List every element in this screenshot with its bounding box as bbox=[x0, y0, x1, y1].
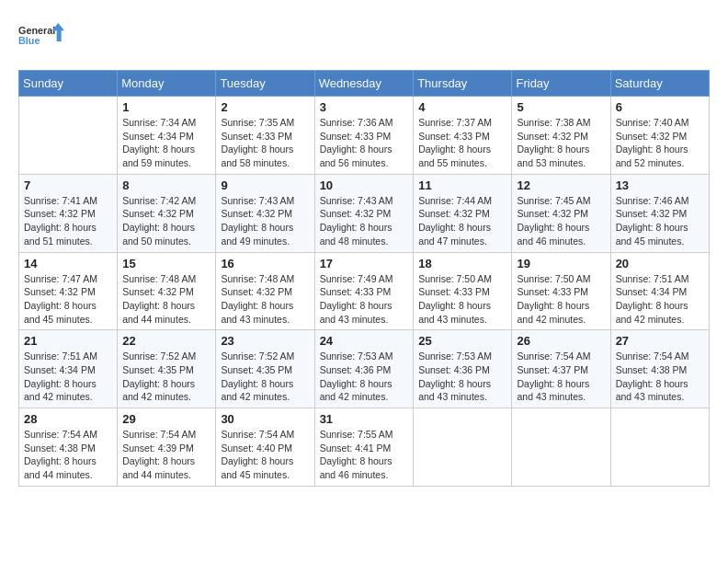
weekday-header-sunday: Sunday bbox=[19, 71, 118, 97]
day-info: Sunrise: 7:38 AMSunset: 4:32 PMDaylight:… bbox=[517, 116, 605, 170]
calendar-cell: 15Sunrise: 7:48 AMSunset: 4:32 PMDayligh… bbox=[118, 252, 216, 330]
logo: General Blue bbox=[18, 18, 64, 55]
day-number: 31 bbox=[320, 412, 409, 426]
day-number: 8 bbox=[122, 178, 210, 192]
calendar-cell: 23Sunrise: 7:52 AMSunset: 4:35 PMDayligh… bbox=[216, 330, 314, 408]
day-number: 19 bbox=[517, 257, 605, 270]
weekday-header-thursday: Thursday bbox=[414, 71, 512, 97]
day-info: Sunrise: 7:53 AMSunset: 4:36 PMDaylight:… bbox=[320, 350, 409, 404]
day-info: Sunrise: 7:51 AMSunset: 4:34 PMDaylight:… bbox=[616, 272, 704, 327]
calendar-cell: 2Sunrise: 7:35 AMSunset: 4:33 PMDaylight… bbox=[216, 97, 314, 175]
day-info: Sunrise: 7:48 AMSunset: 4:32 PMDaylight:… bbox=[122, 272, 210, 327]
day-number: 14 bbox=[24, 257, 112, 270]
calendar-cell: 24Sunrise: 7:53 AMSunset: 4:36 PMDayligh… bbox=[314, 330, 414, 408]
calendar-cell: 14Sunrise: 7:47 AMSunset: 4:32 PMDayligh… bbox=[19, 252, 118, 330]
day-info: Sunrise: 7:42 AMSunset: 4:32 PMDaylight:… bbox=[122, 194, 210, 248]
day-info: Sunrise: 7:34 AMSunset: 4:34 PMDaylight:… bbox=[122, 116, 210, 170]
day-info: Sunrise: 7:45 AMSunset: 4:32 PMDaylight:… bbox=[517, 194, 605, 248]
day-info: Sunrise: 7:52 AMSunset: 4:35 PMDaylight:… bbox=[221, 350, 309, 404]
calendar-cell: 31Sunrise: 7:55 AMSunset: 4:41 PMDayligh… bbox=[314, 408, 414, 487]
calendar-cell bbox=[414, 408, 512, 487]
calendar-week-row: 21Sunrise: 7:51 AMSunset: 4:34 PMDayligh… bbox=[19, 330, 710, 408]
day-info: Sunrise: 7:47 AMSunset: 4:32 PMDaylight:… bbox=[24, 272, 112, 327]
calendar-table: SundayMondayTuesdayWednesdayThursdayFrid… bbox=[18, 70, 710, 487]
day-number: 25 bbox=[418, 334, 506, 348]
day-number: 4 bbox=[418, 100, 506, 114]
calendar-cell: 1Sunrise: 7:34 AMSunset: 4:34 PMDaylight… bbox=[118, 97, 216, 175]
day-number: 20 bbox=[616, 257, 704, 270]
weekday-header-monday: Monday bbox=[118, 71, 216, 97]
svg-text:General: General bbox=[18, 25, 55, 36]
calendar-cell: 9Sunrise: 7:43 AMSunset: 4:32 PMDaylight… bbox=[216, 174, 314, 252]
calendar-body: 1Sunrise: 7:34 AMSunset: 4:34 PMDaylight… bbox=[19, 97, 710, 487]
calendar-cell: 11Sunrise: 7:44 AMSunset: 4:32 PMDayligh… bbox=[414, 174, 512, 252]
day-number: 18 bbox=[418, 257, 506, 270]
day-info: Sunrise: 7:54 AMSunset: 4:38 PMDaylight:… bbox=[616, 350, 704, 404]
day-number: 23 bbox=[221, 334, 309, 348]
calendar-cell: 27Sunrise: 7:54 AMSunset: 4:38 PMDayligh… bbox=[610, 330, 709, 408]
calendar-cell: 6Sunrise: 7:40 AMSunset: 4:32 PMDaylight… bbox=[610, 97, 709, 175]
calendar-cell: 8Sunrise: 7:42 AMSunset: 4:32 PMDaylight… bbox=[118, 174, 216, 252]
day-number: 10 bbox=[320, 178, 409, 192]
calendar-cell: 18Sunrise: 7:50 AMSunset: 4:33 PMDayligh… bbox=[414, 252, 512, 330]
day-info: Sunrise: 7:54 AMSunset: 4:39 PMDaylight:… bbox=[122, 428, 210, 482]
weekday-header-friday: Friday bbox=[512, 71, 610, 97]
day-info: Sunrise: 7:54 AMSunset: 4:40 PMDaylight:… bbox=[221, 428, 309, 482]
page-header: General Blue bbox=[18, 18, 710, 55]
calendar-cell: 28Sunrise: 7:54 AMSunset: 4:38 PMDayligh… bbox=[19, 408, 118, 487]
day-info: Sunrise: 7:55 AMSunset: 4:41 PMDaylight:… bbox=[320, 428, 409, 482]
calendar-header: SundayMondayTuesdayWednesdayThursdayFrid… bbox=[19, 71, 710, 97]
day-number: 12 bbox=[517, 178, 605, 192]
day-number: 5 bbox=[517, 100, 605, 114]
weekday-header-saturday: Saturday bbox=[610, 71, 709, 97]
calendar-cell: 26Sunrise: 7:54 AMSunset: 4:37 PMDayligh… bbox=[512, 330, 610, 408]
calendar-cell: 19Sunrise: 7:50 AMSunset: 4:33 PMDayligh… bbox=[512, 252, 610, 330]
calendar-cell: 13Sunrise: 7:46 AMSunset: 4:32 PMDayligh… bbox=[610, 174, 709, 252]
calendar-cell: 10Sunrise: 7:43 AMSunset: 4:32 PMDayligh… bbox=[314, 174, 414, 252]
day-number: 2 bbox=[221, 100, 309, 114]
day-number: 6 bbox=[616, 100, 704, 114]
day-number: 9 bbox=[221, 178, 309, 192]
day-number: 30 bbox=[221, 412, 309, 426]
day-info: Sunrise: 7:52 AMSunset: 4:35 PMDaylight:… bbox=[122, 350, 210, 404]
day-number: 13 bbox=[616, 178, 704, 192]
day-info: Sunrise: 7:54 AMSunset: 4:37 PMDaylight:… bbox=[517, 350, 605, 404]
day-number: 21 bbox=[24, 334, 112, 348]
calendar-week-row: 1Sunrise: 7:34 AMSunset: 4:34 PMDaylight… bbox=[19, 97, 710, 175]
day-number: 28 bbox=[24, 412, 112, 426]
calendar-cell: 16Sunrise: 7:48 AMSunset: 4:32 PMDayligh… bbox=[216, 252, 314, 330]
day-info: Sunrise: 7:43 AMSunset: 4:32 PMDaylight:… bbox=[221, 194, 309, 248]
day-number: 24 bbox=[320, 334, 409, 348]
weekday-header-wednesday: Wednesday bbox=[314, 71, 414, 97]
day-number: 26 bbox=[517, 334, 605, 348]
day-number: 17 bbox=[320, 257, 409, 270]
day-number: 29 bbox=[122, 412, 210, 426]
calendar-cell bbox=[512, 408, 610, 487]
day-info: Sunrise: 7:43 AMSunset: 4:32 PMDaylight:… bbox=[320, 194, 409, 248]
day-number: 16 bbox=[221, 257, 309, 270]
day-info: Sunrise: 7:40 AMSunset: 4:32 PMDaylight:… bbox=[616, 116, 704, 170]
day-info: Sunrise: 7:49 AMSunset: 4:33 PMDaylight:… bbox=[320, 272, 409, 327]
day-info: Sunrise: 7:50 AMSunset: 4:33 PMDaylight:… bbox=[517, 272, 605, 327]
day-info: Sunrise: 7:48 AMSunset: 4:32 PMDaylight:… bbox=[221, 272, 309, 327]
calendar-cell: 12Sunrise: 7:45 AMSunset: 4:32 PMDayligh… bbox=[512, 174, 610, 252]
day-number: 1 bbox=[122, 100, 210, 114]
day-info: Sunrise: 7:46 AMSunset: 4:32 PMDaylight:… bbox=[616, 194, 704, 248]
calendar-cell bbox=[19, 97, 118, 175]
calendar-cell: 7Sunrise: 7:41 AMSunset: 4:32 PMDaylight… bbox=[19, 174, 118, 252]
svg-text:Blue: Blue bbox=[18, 35, 40, 46]
calendar-week-row: 14Sunrise: 7:47 AMSunset: 4:32 PMDayligh… bbox=[19, 252, 710, 330]
day-number: 7 bbox=[24, 178, 112, 192]
calendar-cell: 21Sunrise: 7:51 AMSunset: 4:34 PMDayligh… bbox=[19, 330, 118, 408]
weekday-header-tuesday: Tuesday bbox=[216, 71, 314, 97]
calendar-cell: 17Sunrise: 7:49 AMSunset: 4:33 PMDayligh… bbox=[314, 252, 414, 330]
day-info: Sunrise: 7:50 AMSunset: 4:33 PMDaylight:… bbox=[418, 272, 506, 327]
day-info: Sunrise: 7:53 AMSunset: 4:36 PMDaylight:… bbox=[418, 350, 506, 404]
calendar-week-row: 7Sunrise: 7:41 AMSunset: 4:32 PMDaylight… bbox=[19, 174, 710, 252]
day-info: Sunrise: 7:44 AMSunset: 4:32 PMDaylight:… bbox=[418, 194, 506, 248]
weekday-header-row: SundayMondayTuesdayWednesdayThursdayFrid… bbox=[19, 71, 710, 97]
logo-svg: General Blue bbox=[18, 18, 64, 55]
day-number: 27 bbox=[616, 334, 704, 348]
calendar-cell: 30Sunrise: 7:54 AMSunset: 4:40 PMDayligh… bbox=[216, 408, 314, 487]
calendar-cell bbox=[610, 408, 709, 487]
